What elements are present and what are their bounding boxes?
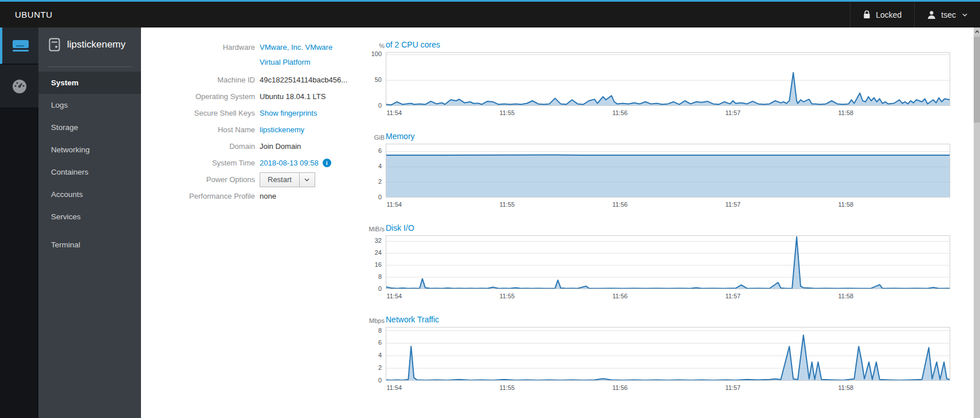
vertical-scrollbar[interactable] bbox=[974, 27, 980, 418]
chart-network-unit: Mbps bbox=[369, 317, 385, 324]
hardware-link-line2[interactable]: Virtual Platform bbox=[260, 55, 332, 70]
chart-cpu-xtick: 11:57 bbox=[725, 109, 740, 116]
locked-label: Locked bbox=[876, 10, 901, 19]
chart-network-ytick: 0 bbox=[366, 377, 382, 384]
chart-disk-title-link[interactable]: Disk I/O bbox=[386, 223, 414, 232]
chart-cpu-xtick: 11:58 bbox=[838, 109, 853, 116]
main-content: HardwareVMware, Inc. VMwareVirtual Platf… bbox=[141, 27, 980, 418]
chart-disk-ytick: 16 bbox=[366, 261, 382, 268]
info-row-domain: DomainJoin Domain bbox=[141, 138, 370, 155]
info-row-performance-profile: Performance Profilenone bbox=[141, 188, 370, 204]
info-label-host-name: Host Name bbox=[141, 125, 255, 134]
scrollbar-thumb[interactable] bbox=[974, 37, 980, 123]
lock-icon bbox=[863, 10, 871, 19]
host-header[interactable]: lipstickenemy bbox=[38, 27, 141, 62]
info-value-operating-system: Ubuntu 18.04.1 LTS bbox=[260, 92, 326, 101]
sidebar-item-networking[interactable]: Networking bbox=[38, 139, 141, 161]
host-name-link[interactable]: lipstickenemy bbox=[260, 125, 304, 134]
app-rail bbox=[0, 27, 38, 418]
chevron-down-icon bbox=[962, 13, 967, 17]
chart-cpu-unit: % bbox=[379, 42, 385, 49]
chart-network-xtick: 11:56 bbox=[612, 384, 628, 391]
user-menu-button[interactable]: tsec bbox=[915, 2, 980, 27]
charts-panel: %of 2 CPU cores10050011:5411:5511:5611:5… bbox=[366, 27, 950, 418]
chart-network-xtick: 11:58 bbox=[838, 384, 853, 391]
info-label-system-time: System Time bbox=[141, 159, 255, 167]
chart-cpu: %of 2 CPU cores10050011:5411:5511:5611:5… bbox=[366, 40, 950, 120]
restart-button[interactable]: Restart bbox=[260, 172, 300, 187]
info-row-machine-id: Machine ID49c1822514114bacb456... bbox=[141, 72, 370, 88]
rail-dashboard-button[interactable] bbox=[0, 65, 38, 108]
chart-disk-unit: MiB/s bbox=[369, 226, 385, 232]
locked-button[interactable]: Locked bbox=[850, 2, 914, 27]
info-value-ssh-keys: Show fingerprints bbox=[260, 109, 317, 117]
chart-network: MbpsNetwork Traffic8642011:5411:5511:561… bbox=[366, 315, 950, 395]
chart-disk-xtick: 11:57 bbox=[725, 293, 740, 299]
chart-memory-ytick: 4 bbox=[366, 163, 382, 169]
sidebar-item-storage[interactable]: Storage bbox=[38, 116, 141, 139]
chart-memory-unit: GiB bbox=[374, 134, 385, 141]
chart-memory-xtick: 11:54 bbox=[386, 201, 402, 208]
hardware-link[interactable]: VMware, Inc. VMware bbox=[260, 40, 332, 55]
info-value-power-options: Restart bbox=[260, 172, 315, 187]
info-row-host-name: Host Namelipstickenemy bbox=[141, 121, 370, 138]
scroll-up-arrow[interactable] bbox=[974, 27, 980, 36]
chart-disk-ytick: 8 bbox=[366, 273, 382, 280]
machine-id-value: 49c1822514114bacb456... bbox=[260, 76, 347, 84]
info-label-operating-system: Operating System bbox=[141, 92, 255, 101]
user-label: tsec bbox=[941, 10, 956, 19]
info-value-machine-id: 49c1822514114bacb456... bbox=[260, 76, 347, 84]
info-label-performance-profile: Performance Profile bbox=[141, 192, 255, 200]
chart-disk-ytick: 24 bbox=[366, 249, 382, 256]
chart-memory: GiBMemory642011:5411:5511:5611:5711:58 bbox=[366, 132, 950, 212]
chart-disk-ytick: 32 bbox=[366, 237, 382, 244]
chart-disk-title-row: MiB/sDisk I/O bbox=[366, 223, 950, 235]
chart-disk-plot bbox=[386, 235, 950, 289]
chart-network-xtick: 11:55 bbox=[499, 384, 515, 391]
gauge-icon bbox=[11, 78, 28, 94]
sidebar-item-accounts[interactable]: Accounts bbox=[38, 183, 141, 206]
rail-host-button[interactable] bbox=[0, 27, 38, 64]
chart-memory-title-link[interactable]: Memory bbox=[386, 132, 415, 141]
ssh-keys-link[interactable]: Show fingerprints bbox=[260, 109, 317, 117]
info-label-power-options: Power Options bbox=[141, 175, 255, 184]
info-row-system-time: System Time2018-08-13 09:58i bbox=[141, 155, 370, 171]
chart-network-ytick: 2 bbox=[366, 364, 382, 371]
info-value-domain: Join Domain bbox=[260, 142, 301, 151]
chevron-up-icon bbox=[975, 30, 979, 33]
chart-cpu-xtick: 11:56 bbox=[612, 109, 628, 116]
chart-cpu-title-link[interactable]: of 2 CPU cores bbox=[386, 40, 440, 49]
chart-network-plot bbox=[386, 327, 950, 381]
sidebar-item-logs[interactable]: Logs bbox=[38, 94, 141, 116]
info-label-domain: Domain bbox=[141, 142, 255, 151]
power-options-split-button: Restart bbox=[260, 172, 315, 187]
info-icon[interactable]: i bbox=[323, 159, 331, 167]
chart-network-title-link[interactable]: Network Traffic bbox=[386, 315, 439, 324]
restart-dropdown-button[interactable] bbox=[300, 172, 315, 187]
chart-memory-title-row: GiBMemory bbox=[366, 132, 950, 143]
system-time-link[interactable]: 2018-08-13 09:58 bbox=[260, 159, 319, 167]
chart-memory-ytick: 2 bbox=[366, 178, 382, 185]
sidebar-nav: SystemLogsStorageNetworkingContainersAcc… bbox=[38, 72, 141, 256]
sidebar-item-services[interactable]: Services bbox=[38, 206, 141, 228]
chart-memory-ytick: 0 bbox=[366, 194, 382, 200]
info-value-host-name: lipstickenemy bbox=[260, 125, 304, 134]
chart-disk-xtick: 11:58 bbox=[838, 293, 853, 299]
system-info-panel: HardwareVMware, Inc. VMwareVirtual Platf… bbox=[141, 40, 370, 204]
chart-memory-xtick: 11:57 bbox=[725, 201, 740, 208]
sidebar-item-containers[interactable]: Containers bbox=[38, 161, 141, 183]
chart-cpu-xtick: 11:54 bbox=[386, 109, 402, 116]
info-row-power-options: Power OptionsRestart bbox=[141, 171, 370, 188]
brand-title: UBUNTU bbox=[15, 10, 53, 19]
chart-cpu-plot bbox=[386, 52, 950, 106]
machine-icon bbox=[49, 38, 60, 52]
chart-memory-xtick: 11:58 bbox=[838, 201, 853, 208]
sidebar-item-terminal[interactable]: Terminal bbox=[38, 234, 141, 256]
sidebar-item-system[interactable]: System bbox=[38, 72, 141, 94]
chart-cpu-ytick: 50 bbox=[366, 76, 382, 83]
info-label-hardware: Hardware bbox=[141, 40, 255, 52]
chevron-down-icon bbox=[304, 178, 309, 182]
server-icon bbox=[11, 38, 30, 53]
operating-system-value: Ubuntu 18.04.1 LTS bbox=[260, 92, 326, 101]
chart-network-ytick: 4 bbox=[366, 352, 382, 358]
